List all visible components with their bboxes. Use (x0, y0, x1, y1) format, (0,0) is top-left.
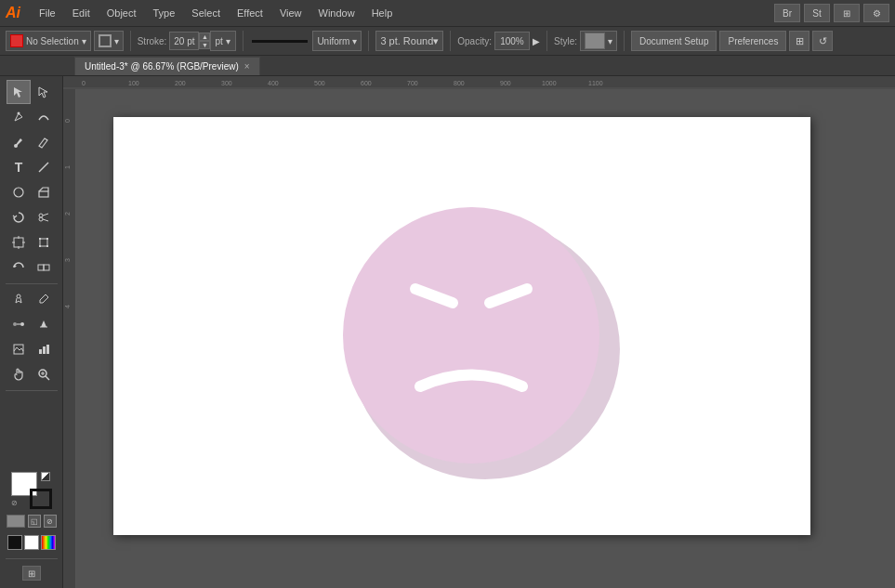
stroke-box[interactable] (30, 489, 52, 509)
svg-text:1100: 1100 (588, 80, 603, 86)
selection-label: No Selection (26, 36, 79, 46)
grid-icon-btn[interactable]: ⊞ (834, 4, 860, 22)
svg-point-21 (17, 294, 20, 298)
stroke-down[interactable]: ▼ (199, 41, 210, 49)
left-toolbar: T (0, 76, 63, 588)
none-icon[interactable]: ⊘ (11, 499, 18, 507)
style-dropdown[interactable]: ▾ (580, 31, 617, 51)
fill-type-dropdown[interactable]: ▾ (94, 31, 124, 51)
document-tab[interactable]: Untitled-3* @ 66.67% (RGB/Preview) × (74, 57, 260, 75)
tool-row-6 (7, 205, 56, 229)
canvas-area[interactable]: 0 100 200 300 400 500 600 700 800 900 10… (63, 76, 895, 588)
tool-row-7 (7, 230, 56, 255)
gradient-mode-icon[interactable]: ◱ (28, 515, 41, 528)
pencil-tool[interactable] (32, 130, 56, 154)
app-logo: Ai (6, 5, 20, 21)
puppet-warp-tool[interactable] (7, 287, 31, 311)
arrange-icon-btn[interactable]: ⊞ (789, 31, 809, 51)
extra-icon-btn[interactable]: ⚙ (863, 4, 889, 22)
stroke-size-group: 3 pt. Round ▾ (375, 31, 443, 51)
opacity-expand[interactable]: ▶ (533, 36, 540, 46)
blend-tool[interactable] (7, 312, 31, 336)
tab-close-button[interactable]: × (244, 61, 250, 72)
menu-edit[interactable]: Edit (65, 6, 98, 20)
ruler-vertical: 0 1 2 3 4 (63, 89, 76, 588)
sep4 (450, 31, 451, 51)
svg-point-5 (39, 214, 43, 217)
menu-select[interactable]: Select (184, 6, 228, 20)
stock-icon-btn[interactable]: St (804, 4, 830, 22)
stroke-spinners: ▲ ▼ (199, 33, 210, 49)
svg-point-3 (14, 188, 23, 197)
curvature-tool[interactable] (32, 105, 56, 129)
direct-selection-tool[interactable] (32, 80, 56, 104)
menu-effect[interactable]: Effect (230, 6, 270, 20)
svg-text:900: 900 (500, 80, 511, 86)
undo-tool[interactable] (7, 255, 31, 280)
artboard-tool[interactable] (7, 230, 31, 255)
svg-text:0: 0 (64, 119, 71, 123)
svg-text:3: 3 (64, 258, 71, 262)
svg-point-0 (18, 112, 20, 115)
live-paint-tool[interactable] (32, 312, 56, 336)
ellipse-tool[interactable] (7, 180, 31, 204)
rotate-tool[interactable] (7, 205, 31, 229)
preferences-button[interactable]: Preferences (719, 31, 786, 51)
stroke-unit-dropdown[interactable]: pt▾ (210, 31, 236, 51)
eraser-tool[interactable] (32, 180, 56, 204)
sep1 (130, 31, 131, 51)
paintbrush-tool[interactable] (7, 130, 31, 154)
transform-tool[interactable] (32, 230, 56, 255)
stroke-up[interactable]: ▲ (199, 33, 210, 41)
menu-type[interactable]: Type (146, 6, 183, 20)
image-trace-tool[interactable] (7, 337, 31, 361)
menu-help[interactable]: Help (364, 6, 401, 20)
tool-row-10 (7, 312, 56, 336)
document-setup-button[interactable]: Document Setup (631, 31, 717, 51)
style-label: Style: (554, 36, 577, 46)
svg-line-2 (39, 163, 48, 172)
eyedropper-tool[interactable] (32, 287, 56, 311)
tab-bar: Untitled-3* @ 66.67% (RGB/Preview) × (0, 56, 895, 76)
tab-title: Untitled-3* @ 66.67% (RGB/Preview) (85, 61, 239, 72)
fill-stroke-area: ⊘ ◱ ⊘ (3, 466, 60, 555)
graph-tool[interactable] (32, 337, 56, 361)
tool-divider-1 (6, 283, 58, 284)
stroke-line-preview (252, 40, 308, 43)
menu-view[interactable]: View (272, 6, 309, 20)
main-area: T (0, 76, 895, 588)
pen-tool[interactable] (7, 105, 31, 129)
menu-file[interactable]: File (32, 6, 63, 20)
zoom-tool[interactable] (32, 362, 56, 386)
svg-rect-20 (44, 265, 49, 270)
opacity-value[interactable]: 100% (494, 32, 530, 50)
shape-builder-tool[interactable] (32, 255, 56, 280)
svg-rect-15 (39, 238, 41, 240)
line-tool[interactable] (32, 155, 56, 179)
svg-rect-48 (63, 89, 76, 588)
svg-text:200: 200 (175, 80, 186, 86)
stroke-type-dropdown[interactable]: Uniform ▾ (312, 31, 362, 51)
selection-tool[interactable] (7, 80, 31, 104)
menu-object[interactable]: Object (99, 6, 144, 20)
bridge-icon-btn[interactable]: Br (774, 4, 800, 22)
stroke-value[interactable]: 20 pt (169, 32, 199, 50)
stroke-size-dropdown[interactable]: 3 pt. Round ▾ (375, 31, 443, 51)
scissors-tool[interactable] (32, 205, 56, 229)
selection-dropdown[interactable]: No Selection ▾ (6, 31, 91, 51)
canvas-document[interactable] (76, 89, 895, 588)
rotate-icon-btn[interactable]: ↺ (812, 31, 833, 51)
svg-rect-29 (46, 345, 49, 354)
swap-icon[interactable] (41, 472, 50, 481)
menu-window[interactable]: Window (311, 6, 362, 20)
white-swatch[interactable] (24, 535, 39, 550)
pattern-mode-icon[interactable]: ⊘ (44, 515, 57, 528)
color-swatch[interactable] (41, 535, 56, 550)
svg-text:300: 300 (221, 80, 232, 86)
type-tool[interactable]: T (7, 155, 31, 179)
hand-tool[interactable] (7, 362, 31, 386)
normal-mode-icon[interactable] (7, 515, 25, 528)
screen-mode-btn[interactable]: ⊞ (22, 566, 41, 581)
black-swatch[interactable] (7, 535, 22, 550)
svg-rect-14 (40, 239, 47, 246)
